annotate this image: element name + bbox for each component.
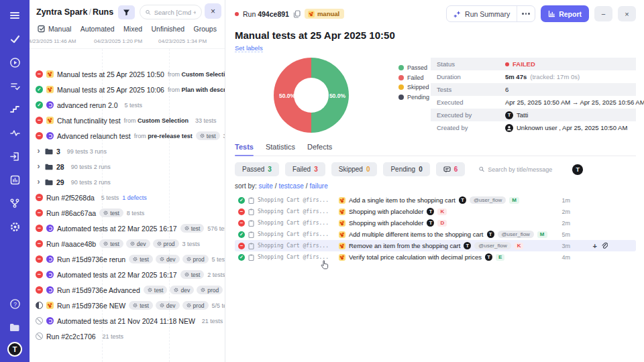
failed-dot — [505, 62, 509, 66]
sort-link-failure[interactable]: failure — [310, 182, 328, 190]
run-list-item[interactable]: advanced rerun 2.0 5 tests — [30, 97, 225, 113]
test-title[interactable]: Add a single item to the shopping cart — [349, 196, 455, 204]
run-meta: 8 tests — [127, 210, 145, 217]
info-value-text: FAILED — [513, 60, 535, 68]
run-type-icon — [46, 255, 54, 263]
row-hover-actions[interactable]: + — [593, 242, 608, 250]
run-list-item[interactable]: Run #2f5268da 5 tests 1 defects — [30, 190, 225, 205]
close-button[interactable]: × — [618, 6, 636, 21]
tests-search[interactable] — [476, 162, 562, 176]
status-filter-pill[interactable]: Pending0 — [383, 162, 429, 176]
run-status-icon — [36, 70, 43, 78]
run-list-item[interactable]: Manual tests at 25 Apr 2025 10:06 from P… — [30, 82, 225, 97]
runs-filter-tab[interactable]: Groups — [194, 25, 217, 33]
tests-search-input[interactable] — [488, 166, 559, 173]
run-meta: 576 tests — [207, 225, 225, 232]
breadcrumb-section[interactable]: Runs — [93, 7, 113, 17]
run-list-item[interactable]: Automated tests at 22 Mar 2025 16:17 tes… — [30, 221, 225, 236]
runs-filter-tab[interactable]: Unfinished — [151, 25, 184, 33]
run-list-item[interactable]: Manual tests at 25 Apr 2025 10:50 from C… — [30, 66, 225, 82]
runs-search-input[interactable] — [154, 9, 196, 16]
run-list-item[interactable]: 29 90 tests 2 runs — [30, 174, 225, 190]
test-duration: 3m — [561, 243, 570, 249]
branch-icon[interactable] — [6, 194, 23, 212]
run-summary-button[interactable]: Run Summary — [447, 6, 517, 21]
run-list-item[interactable]: Run #15d9736e rerun testdevprod 5 tests — [30, 251, 225, 267]
help-icon[interactable]: ? — [6, 295, 23, 312]
import-icon[interactable] — [6, 147, 23, 165]
settings-gear-icon[interactable] — [6, 218, 23, 235]
user-avatar[interactable]: T — [7, 342, 22, 357]
test-title[interactable]: Add multiple different items to the shop… — [349, 231, 484, 238]
report-chart-icon[interactable] — [6, 171, 23, 188]
sort-link-testcase[interactable]: testcase — [278, 182, 303, 190]
run-list-item[interactable]: Run #86ac67aa test 8 tests — [30, 205, 225, 221]
filter-button[interactable] — [118, 5, 135, 19]
run-list-item[interactable]: 3 99 tests 3 runs — [30, 143, 225, 159]
add-icon[interactable]: + — [593, 242, 597, 250]
runs-filter-tab[interactable]: Mixed — [123, 25, 142, 33]
test-row[interactable]: Shopping Cart @firs... Add a single item… — [235, 194, 636, 206]
run-defects-link[interactable]: 1 defects — [122, 194, 147, 201]
run-list-item[interactable]: Run #15d9736e NEW testdevprod 5/5 tests — [30, 298, 225, 313]
test-suite[interactable]: Shopping Cart @firs... — [258, 243, 335, 249]
run-list-item[interactable]: Chat functinality test from Custom Selec… — [30, 113, 225, 128]
attachment-icon[interactable] — [601, 242, 608, 249]
test-row[interactable]: Shopping Cart @firs... Verify total pric… — [235, 251, 636, 263]
run-info-row: Tests 6 — [431, 83, 636, 96]
test-row[interactable]: Shopping Cart @firs... Add multiple diff… — [235, 229, 636, 240]
run-list-item[interactable]: Run #aaace48b testdevprod 3 tests — [30, 236, 225, 251]
status-filter-pill[interactable]: Passed3 — [235, 162, 279, 176]
test-title[interactable]: Shopping with placeholder — [349, 208, 423, 215]
set-labels-link[interactable]: Set labels — [235, 44, 263, 52]
detail-tab[interactable]: Defects — [307, 143, 332, 156]
env-badge: dev — [126, 239, 150, 248]
run-list-item[interactable]: Automated tests at 22 Mar 2025 16:17 tes… — [30, 267, 225, 282]
test-title[interactable]: Shopping with placeholder — [349, 219, 423, 227]
assignee-filter-avatar[interactable]: T — [572, 164, 583, 175]
more-options-button[interactable] — [517, 6, 535, 21]
copy-icon[interactable] — [293, 10, 301, 18]
test-row[interactable]: Shopping Cart @firs... Shopping with pla… — [235, 217, 636, 229]
minimize-button[interactable]: − — [594, 6, 612, 21]
sort-link-suite[interactable]: suite — [259, 182, 273, 190]
run-list-item[interactable]: Run #15d9736e Advanced testdevprod 4 tes… — [30, 282, 225, 298]
test-suite[interactable]: Shopping Cart @firs... — [258, 208, 335, 215]
test-suite[interactable]: Shopping Cart @firs... — [258, 254, 335, 260]
breadcrumb-project[interactable]: Zyntra Spark — [36, 7, 87, 17]
comments-filter-pill[interactable]: 6 — [436, 162, 466, 176]
projects-folder-icon[interactable] — [6, 318, 23, 336]
report-button[interactable]: Report — [541, 5, 589, 22]
runs-list: Manual tests at 25 Apr 2025 10:50 from C… — [30, 49, 225, 362]
test-title[interactable]: Verify total price calculation with deci… — [349, 253, 482, 261]
status-filter-pill[interactable]: Failed3 — [285, 162, 325, 176]
run-list-item[interactable]: Automated tests at 21 Nov 2024 11:18 NEW… — [30, 313, 225, 328]
runs-filter-tab[interactable]: Manual — [48, 25, 71, 33]
play-circle-icon[interactable] — [6, 54, 23, 71]
run-title: Run #2f5268da — [46, 194, 95, 202]
test-suite[interactable]: Shopping Cart @firs... — [258, 231, 335, 237]
menu-icon[interactable] — [6, 7, 23, 24]
steps-icon[interactable] — [6, 101, 23, 118]
avatar: T — [505, 111, 513, 119]
select-checkbox-icon[interactable] — [38, 25, 46, 33]
runs-filter-tab[interactable]: Automated — [80, 25, 115, 33]
test-row[interactable]: Shopping Cart @firs... Remove an item fr… — [235, 240, 636, 251]
test-suite[interactable]: Shopping Cart @firs... — [258, 220, 335, 226]
runs-search[interactable] — [140, 5, 202, 19]
run-list-item[interactable]: 28 90 tests 2 runs — [30, 159, 225, 174]
test-suite[interactable]: Shopping Cart @firs... — [258, 197, 335, 203]
detail-tab[interactable]: Statistics — [266, 143, 295, 156]
status-filter-pill[interactable]: Skipped0 — [331, 162, 378, 176]
panel-close-button[interactable]: × — [205, 3, 221, 19]
run-list-item[interactable]: Advanced relaunch test from pre-release … — [30, 128, 225, 143]
legend-dot — [398, 84, 404, 90]
run-list-item[interactable]: Run #2c2c1706 21 tests — [30, 328, 225, 344]
list-check-icon[interactable] — [6, 77, 23, 95]
test-title[interactable]: Remove an item from the shopping cart — [349, 242, 460, 249]
check-icon[interactable] — [6, 30, 23, 48]
activity-icon[interactable] — [6, 124, 23, 141]
detail-tab[interactable]: Tests — [235, 143, 254, 156]
run-meta: 33 tests — [195, 117, 217, 124]
test-row[interactable]: Shopping Cart @firs... Shopping with pla… — [235, 206, 636, 217]
